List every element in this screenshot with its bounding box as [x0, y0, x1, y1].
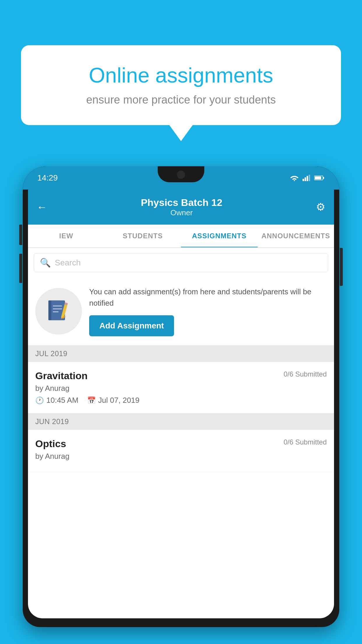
- svg-rect-10: [53, 308, 62, 309]
- tabs-container: IEW STUDENTS ASSIGNMENTS ANNOUNCEMENTS: [28, 225, 334, 248]
- svg-rect-6: [315, 176, 321, 179]
- section-header-jul2019: JUL 2019: [28, 345, 334, 362]
- tab-announcements[interactable]: ANNOUNCEMENTS: [258, 225, 334, 247]
- assignment-header: Gravitation 0/6 Submitted: [35, 370, 327, 382]
- assignment-by: by Anurag: [35, 384, 327, 393]
- phone-notch: [158, 166, 204, 182]
- speech-bubble-container: Online assignments ensure more practice …: [21, 45, 341, 141]
- promo-description: You can add assignment(s) from here and …: [89, 286, 327, 309]
- settings-icon[interactable]: ⚙: [316, 201, 325, 213]
- svg-rect-5: [323, 177, 324, 179]
- speech-bubble: Online assignments ensure more practice …: [21, 45, 341, 125]
- phone-screen: ← Physics Batch 12 Owner ⚙ IEW STUDENTS …: [28, 190, 334, 618]
- tab-iew[interactable]: IEW: [28, 225, 105, 247]
- search-container: 🔍 Search: [28, 248, 334, 277]
- svg-rect-2: [307, 176, 308, 181]
- assignment-time: 🕐 10:45 AM: [35, 396, 78, 405]
- speech-bubble-tail: [169, 125, 193, 141]
- header-center: Physics Batch 12 Owner: [47, 197, 316, 217]
- assignment-item-optics[interactable]: Optics 0/6 Submitted by Anurag: [28, 430, 334, 472]
- assignment-item-gravitation[interactable]: Gravitation 0/6 Submitted by Anurag 🕐 10…: [28, 362, 334, 413]
- svg-rect-8: [48, 300, 51, 320]
- app-header: ← Physics Batch 12 Owner ⚙: [28, 190, 334, 225]
- power-button: [340, 248, 343, 286]
- camera-icon: [177, 171, 185, 179]
- assignment-submitted: 0/6 Submitted: [284, 370, 327, 378]
- svg-rect-9: [53, 305, 62, 307]
- header-title: Physics Batch 12: [47, 197, 316, 208]
- svg-rect-1: [305, 177, 306, 181]
- assignment-by-optics: by Anurag: [35, 452, 327, 461]
- wifi-icon: [290, 175, 299, 181]
- search-icon: 🔍: [40, 258, 51, 268]
- back-button[interactable]: ←: [37, 201, 47, 213]
- assignment-date: 📅 Jul 07, 2019: [87, 396, 140, 405]
- svg-rect-3: [309, 175, 310, 181]
- volume-up-button: [19, 225, 22, 245]
- speech-bubble-subtitle: ensure more practice for your students: [41, 94, 321, 106]
- clock-icon: 🕐: [35, 396, 44, 405]
- assignment-header-optics: Optics 0/6 Submitted: [35, 438, 327, 449]
- search-input[interactable]: Search: [55, 258, 81, 267]
- tab-assignments[interactable]: ASSIGNMENTS: [181, 225, 258, 247]
- phone-device: 14:29: [23, 166, 339, 627]
- assignment-title-optics: Optics: [35, 438, 66, 449]
- assignment-title: Gravitation: [35, 370, 87, 382]
- header-subtitle: Owner: [47, 208, 316, 217]
- section-header-jun2019: JUN 2019: [28, 413, 334, 430]
- battery-icon: [314, 175, 325, 181]
- promo-icon-circle: [35, 288, 82, 335]
- calendar-icon: 📅: [87, 396, 96, 405]
- search-bar[interactable]: 🔍 Search: [34, 253, 328, 272]
- tab-students[interactable]: STUDENTS: [105, 225, 181, 247]
- assignment-submitted-optics: 0/6 Submitted: [284, 438, 327, 446]
- add-assignment-button[interactable]: Add Assignment: [89, 315, 174, 336]
- phone-container: 14:29: [23, 166, 339, 644]
- promo-card: You can add assignment(s) from here and …: [28, 277, 334, 345]
- status-bar: 14:29: [23, 166, 339, 190]
- svg-rect-0: [303, 179, 304, 181]
- status-time: 14:29: [37, 173, 58, 183]
- volume-down-button: [19, 254, 22, 283]
- assignment-meta: 🕐 10:45 AM 📅 Jul 07, 2019: [35, 396, 327, 405]
- signal-icon: [303, 175, 311, 181]
- status-icons: [290, 175, 325, 181]
- notebook-icon: [45, 298, 72, 324]
- speech-bubble-title: Online assignments: [41, 63, 321, 88]
- svg-rect-11: [53, 311, 59, 312]
- promo-content: You can add assignment(s) from here and …: [89, 286, 327, 336]
